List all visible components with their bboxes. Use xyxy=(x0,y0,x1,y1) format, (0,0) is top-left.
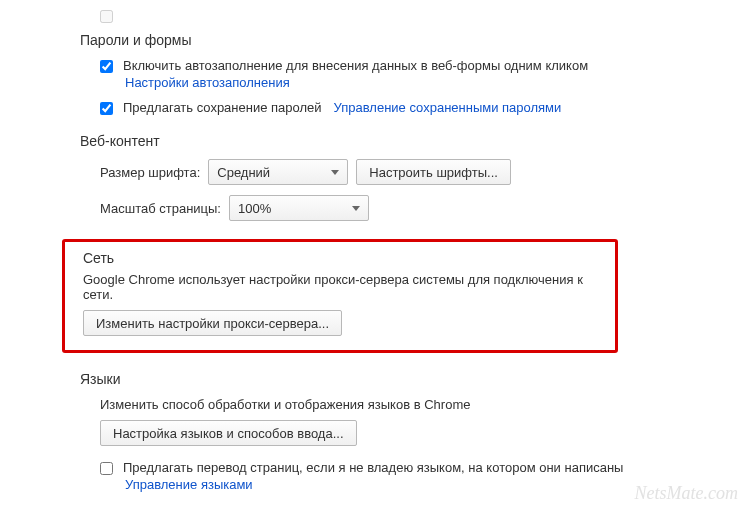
section-network: Сеть Google Chrome использует настройки … xyxy=(62,239,618,353)
languages-info-text: Изменить способ обработки и отображения … xyxy=(100,397,748,412)
section-passwords-forms: Пароли и формы Включить автозаполнение д… xyxy=(80,32,748,115)
section-web-content: Веб-контент Размер шрифта: Средний Настр… xyxy=(80,133,748,221)
truncated-checkbox[interactable] xyxy=(100,10,113,23)
zoom-label: Масштаб страницы: xyxy=(100,201,221,216)
translate-label: Предлагать перевод страниц, если я не вл… xyxy=(123,460,623,475)
chevron-down-icon xyxy=(352,206,360,211)
checkbox-autofill[interactable] xyxy=(100,60,113,73)
save-passwords-label: Предлагать сохранение паролей xyxy=(123,100,322,115)
zoom-select[interactable]: 100% xyxy=(229,195,369,221)
section-title-languages: Языки xyxy=(80,371,748,387)
autofill-settings-link[interactable]: Настройки автозаполнения xyxy=(125,75,588,90)
font-size-select[interactable]: Средний xyxy=(208,159,348,185)
section-title-web-content: Веб-контент xyxy=(80,133,748,149)
checkbox-translate[interactable] xyxy=(100,462,113,475)
font-size-label: Размер шрифта: xyxy=(100,165,200,180)
section-title-passwords: Пароли и формы xyxy=(80,32,748,48)
language-input-settings-button[interactable]: Настройка языков и способов ввода... xyxy=(100,420,357,446)
font-size-value: Средний xyxy=(217,165,270,180)
manage-languages-link[interactable]: Управление языками xyxy=(125,477,623,492)
network-info-text: Google Chrome использует настройки прокс… xyxy=(83,272,597,302)
customize-fonts-button[interactable]: Настроить шрифты... xyxy=(356,159,511,185)
checkbox-save-passwords[interactable] xyxy=(100,102,113,115)
change-proxy-button[interactable]: Изменить настройки прокси-сервера... xyxy=(83,310,342,336)
autofill-label: Включить автозаполнение для внесения дан… xyxy=(123,58,588,73)
chevron-down-icon xyxy=(331,170,339,175)
section-languages: Языки Изменить способ обработки и отобра… xyxy=(80,371,748,492)
section-title-network: Сеть xyxy=(83,250,597,266)
manage-passwords-link[interactable]: Управление сохраненными паролями xyxy=(334,100,562,115)
zoom-value: 100% xyxy=(238,201,271,216)
